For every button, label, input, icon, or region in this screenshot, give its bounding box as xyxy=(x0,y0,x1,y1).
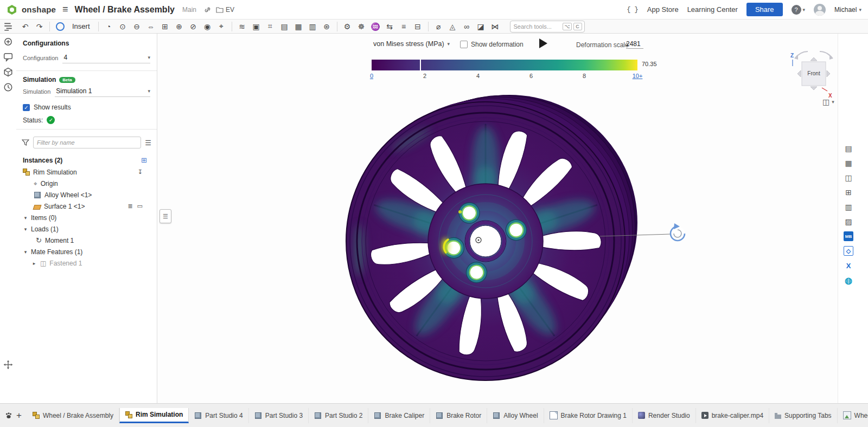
tree-item-alloy-wheel[interactable]: Alloy Wheel <1> xyxy=(16,189,157,200)
tab-render-studio[interactable]: Render Studio xyxy=(633,408,696,423)
avatar[interactable] xyxy=(814,4,826,16)
visibility-icon[interactable]: ▭ xyxy=(137,203,143,210)
transform-icon[interactable]: ⇆ xyxy=(383,21,397,33)
list-view-icon[interactable]: ☰ xyxy=(145,139,151,147)
document-outline-icon[interactable] xyxy=(3,22,13,31)
planar-mate-icon[interactable]: ⊞ xyxy=(158,21,172,33)
filter-by-name-input[interactable] xyxy=(33,137,141,148)
show-results-checkbox[interactable]: ✓ xyxy=(23,104,30,111)
comments-icon[interactable] xyxy=(3,52,13,62)
thread-icon[interactable]: ♒ xyxy=(369,21,382,33)
tab-supporting-tabs-folder[interactable]: Supporting Tabs xyxy=(769,408,838,423)
insert-button[interactable]: Insert xyxy=(67,21,95,33)
revolute-mate-icon[interactable]: ⊖ xyxy=(130,21,144,33)
globe-app-icon[interactable]: ◍ xyxy=(844,275,853,285)
share-button[interactable]: Share xyxy=(746,3,783,16)
tree-item-origin[interactable]: ⌖ Origin xyxy=(16,178,157,189)
tab-wheel-brake-assembly[interactable]: Wheel / Brake Assembly xyxy=(27,408,119,423)
insert-instance-icon[interactable]: ⊞ xyxy=(141,156,147,164)
variables-panel-icon[interactable]: ▥ xyxy=(844,202,853,212)
configuration-panel-icon[interactable]: ◫ xyxy=(844,173,853,183)
explode-icon[interactable]: ⊛ xyxy=(320,21,334,33)
mate-connector-icon[interactable]: ⌗ xyxy=(264,21,277,33)
group-icon[interactable]: ▣ xyxy=(250,21,263,33)
main-menu-icon[interactable]: ≡ xyxy=(62,4,68,15)
tab-part-studio-4[interactable]: Part Studio 4 xyxy=(189,408,248,423)
sync-status-icon[interactable] xyxy=(53,21,67,33)
cad-app-icon[interactable]: ◇ xyxy=(844,246,853,256)
colorbar-max-tick[interactable]: 10+ xyxy=(633,73,643,79)
pin-slot-mate-icon[interactable]: ⊘ xyxy=(187,21,200,33)
section-loads[interactable]: ▾ Loads (1) xyxy=(16,223,157,235)
learning-center-link[interactable]: Learning Center xyxy=(687,5,738,14)
section-items[interactable]: ▾ Items (0) xyxy=(16,212,157,223)
show-deformation-control[interactable]: Show deformation xyxy=(460,41,524,48)
tab-alloy-wheel[interactable]: Alloy Wheel xyxy=(487,408,544,423)
linear-pattern-icon[interactable]: ▦ xyxy=(292,21,305,33)
interference-icon[interactable]: ⋈ xyxy=(488,21,502,33)
search-tools-input[interactable] xyxy=(513,23,561,30)
bom-icon[interactable]: ≡ xyxy=(397,21,411,33)
properties-panel-icon[interactable]: ▨ xyxy=(844,217,853,227)
configuration-select[interactable]: 4 ▾ xyxy=(62,52,150,63)
tab-brake-rotor-drawing-1[interactable]: Brake Rotor Drawing 1 xyxy=(544,408,633,423)
tree-item-moment-1[interactable]: ↻ Moment 1 xyxy=(16,235,157,246)
update-results-icon[interactable]: ↧ xyxy=(138,169,143,176)
mate-relation-icon[interactable]: ≋ xyxy=(235,21,249,33)
pan-mode-icon[interactable] xyxy=(3,360,13,370)
result-type-dropdown[interactable]: von Mises stress (MPa) ▾ xyxy=(373,40,450,48)
play-animation-button[interactable] xyxy=(539,38,547,48)
named-positions-icon[interactable]: ◔ xyxy=(102,21,116,33)
paw-icon[interactable] xyxy=(4,410,13,422)
simulation-result-wheel[interactable] xyxy=(157,34,838,403)
tab-rim-simulation[interactable]: Rim Simulation xyxy=(119,408,189,423)
redo-button[interactable]: ↷ xyxy=(33,21,46,33)
show-deformation-checkbox[interactable] xyxy=(460,41,468,48)
tab-part-studio-2[interactable]: Part Studio 2 xyxy=(309,408,368,423)
circular-pattern-icon[interactable]: ▥ xyxy=(306,21,320,33)
link-icon[interactable] xyxy=(204,6,212,14)
versions-history-icon[interactable] xyxy=(3,82,13,92)
tab-brake-caliper[interactable]: Brake Caliper xyxy=(368,408,430,423)
filter-funnel-icon[interactable] xyxy=(22,139,29,146)
hole-table-icon[interactable]: ⊟ xyxy=(411,21,425,33)
parts-insight-icon[interactable] xyxy=(3,67,13,77)
search-tools-box[interactable]: ⌥ C xyxy=(510,21,585,33)
ball-mate-icon[interactable]: ◉ xyxy=(201,21,214,33)
assembly-feature-icon[interactable]: ⚙ xyxy=(341,21,354,33)
mass-properties-icon[interactable]: ◬ xyxy=(446,21,459,33)
simulation-select[interactable]: Simulation 1 ▾ xyxy=(55,86,150,97)
measure-icon[interactable]: ⌀ xyxy=(432,21,445,33)
fastened-mate-icon[interactable]: ⊙ xyxy=(116,21,130,33)
panel-collapse-toggle[interactable]: ☰ xyxy=(159,209,171,223)
custom-tables-panel-icon[interactable]: ⊞ xyxy=(844,187,853,197)
tree-item-fastened-1[interactable]: ▸ ◫ Fastened 1 xyxy=(16,257,157,269)
section-view-icon[interactable]: ◪ xyxy=(474,21,488,33)
tree-item-surface-1[interactable]: Surface 1 <1> ≣ ▭ xyxy=(16,200,157,212)
tangent-mate-icon[interactable]: ⌖ xyxy=(215,21,228,33)
colorbar-min-tick[interactable]: 0 xyxy=(370,73,373,79)
mb-app-icon[interactable]: MB xyxy=(844,231,853,241)
appearance-panel-icon[interactable]: ▦ xyxy=(844,158,853,168)
workspace-label[interactable]: Main xyxy=(182,6,196,14)
graphics-viewport[interactable]: von Mises stress (MPa) ▾ Show deformatio… xyxy=(157,34,838,403)
bom-panel-icon[interactable]: ▤ xyxy=(844,144,853,153)
follow-mode-icon[interactable] xyxy=(3,37,13,47)
app-store-link[interactable]: App Store xyxy=(647,5,679,14)
undo-button[interactable]: ↶ xyxy=(18,21,32,33)
tab-brake-rotor[interactable]: Brake Rotor xyxy=(430,408,487,423)
help-menu[interactable]: ? ▾ xyxy=(792,5,806,15)
add-tab-button[interactable]: + xyxy=(16,410,22,421)
folder-chip[interactable]: EV xyxy=(216,6,234,14)
replicate-icon[interactable]: ▤ xyxy=(278,21,291,33)
user-menu[interactable]: Michael ▾ xyxy=(834,6,861,14)
tab-brake-caliper-mp4[interactable]: brake-caliper.mp4 xyxy=(696,408,769,423)
mesh-settings-icon[interactable]: ≣ xyxy=(127,203,132,210)
view-cube[interactable]: Front Z X xyxy=(784,48,838,105)
tree-item-rim-simulation[interactable]: Rim Simulation ↧ xyxy=(16,166,157,178)
render-mode-button[interactable]: ◫ ▾ xyxy=(822,98,834,106)
x-app-icon[interactable]: X xyxy=(844,261,853,270)
dev-api-icon[interactable]: { } xyxy=(627,6,639,14)
deformation-scale-value[interactable]: 2481 xyxy=(626,40,643,49)
simulation-feature-icon[interactable]: ☸ xyxy=(355,21,368,33)
